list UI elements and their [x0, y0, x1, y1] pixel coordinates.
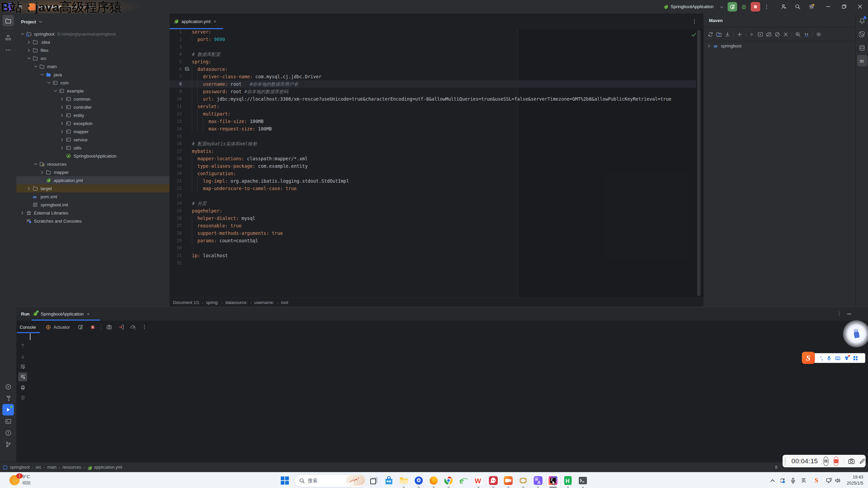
- chevron-collapsed-icon[interactable]: [20, 210, 25, 215]
- project-panel-title[interactable]: Project: [21, 19, 36, 24]
- taskbar-app-firefox[interactable]: [428, 475, 439, 486]
- start-button[interactable]: [279, 475, 291, 486]
- tree-item-scratches-and-consoles[interactable]: Scratches and Consoles: [16, 217, 173, 225]
- drag-handle[interactable]: [785, 458, 786, 465]
- rerun-button[interactable]: [728, 2, 737, 12]
- build-tool-button[interactable]: [2, 392, 14, 404]
- scroll-down-icon[interactable]: [18, 352, 27, 361]
- tree-item-springboot[interactable]: springbootG:\shejing\yuanma\springboot: [16, 30, 173, 38]
- structure-tool-button[interactable]: [2, 32, 14, 43]
- breadcrumb-item[interactable]: spring:: [206, 300, 219, 305]
- tree-item-springboot-iml[interactable]: springboot.iml: [16, 201, 180, 209]
- tree-item--idea[interactable]: .idea: [16, 38, 180, 46]
- breadcrumb-item[interactable]: username:: [254, 300, 274, 305]
- close-icon[interactable]: [857, 4, 863, 9]
- sogou-punct[interactable]: ’,: [820, 355, 823, 361]
- taskbar-app-translator[interactable]: aA: [532, 475, 544, 486]
- notifications-icon[interactable]: [857, 15, 867, 26]
- collapse-all-icon[interactable]: [782, 30, 790, 39]
- chevron-collapsed-icon[interactable]: [60, 113, 64, 118]
- close-tab-icon[interactable]: ×: [214, 19, 216, 24]
- more-actions-icon[interactable]: [764, 4, 769, 9]
- run-configuration-selector[interactable]: SpringbootApplication: [671, 4, 713, 9]
- chevron-collapsed-icon[interactable]: [60, 145, 64, 150]
- taskbar-app-hbuilder[interactable]: H: [562, 475, 574, 486]
- dependency-analyzer-icon[interactable]: [802, 30, 811, 39]
- annotate-button[interactable]: [859, 458, 866, 465]
- maven-profiler-icon[interactable]: [794, 30, 802, 39]
- usb-eject-widget[interactable]: [843, 320, 868, 347]
- search-icon[interactable]: [795, 4, 801, 9]
- status-breadcrumb-item[interactable]: application.yml: [94, 465, 122, 470]
- reload-maven-projects-icon[interactable]: [706, 30, 715, 39]
- status-breadcrumb-item[interactable]: resources: [62, 465, 81, 470]
- project-tool-button[interactable]: [2, 15, 14, 26]
- editor-tab-application-yml[interactable]: application.yml×: [170, 14, 227, 29]
- run-tab-springbootapplication[interactable]: SpringbootApplication×: [33, 307, 90, 321]
- actuator-tab[interactable]: Actuator: [45, 324, 70, 330]
- taskbar-app-blue-ring-app[interactable]: [413, 475, 425, 486]
- sogou-keyboard-icon[interactable]: [835, 355, 841, 361]
- taskbar-app-file-explorer[interactable]: [398, 475, 410, 486]
- more-tools-button[interactable]: [2, 44, 14, 56]
- chevron-collapsed-icon[interactable]: [27, 48, 32, 53]
- chevron-down-icon[interactable]: [719, 5, 724, 9]
- chevron-collapsed-icon[interactable]: [707, 44, 711, 48]
- maven-panel-title[interactable]: Maven: [709, 18, 723, 23]
- search-box[interactable]: 搜索: [294, 474, 367, 487]
- database-tool-icon[interactable]: [857, 42, 867, 54]
- chevron-collapsed-icon[interactable]: [40, 170, 45, 175]
- tray-microphone[interactable]: [789, 476, 797, 485]
- chevron-collapsed-icon[interactable]: [60, 97, 64, 101]
- sogou-logo[interactable]: S: [802, 352, 815, 364]
- scroll-to-end-icon[interactable]: [18, 372, 27, 381]
- sogou-toolbox-icon[interactable]: [853, 355, 858, 361]
- tree-item-java[interactable]: java: [16, 70, 193, 79]
- chevron-collapsed-icon[interactable]: [60, 129, 64, 134]
- taskbar-app-gold-knot-app[interactable]: [517, 475, 529, 486]
- breadcrumb-item[interactable]: root: [281, 300, 288, 305]
- project-status-icon[interactable]: [3, 465, 8, 470]
- clear-console-icon[interactable]: [18, 393, 27, 402]
- execute-maven-goal-icon[interactable]: [756, 30, 765, 39]
- sogou-skin-icon[interactable]: [844, 355, 849, 361]
- tray-sogou[interactable]: S: [812, 476, 821, 485]
- tray-sync[interactable]: [778, 476, 786, 485]
- services-tool-button[interactable]: [2, 381, 14, 392]
- add-maven-project-icon[interactable]: [735, 30, 744, 39]
- editor-scrollbar[interactable]: [697, 30, 701, 296]
- status-breadcrumb-item[interactable]: springboot: [10, 465, 29, 470]
- stop-application-icon[interactable]: [88, 323, 97, 331]
- tray-display[interactable]: [825, 476, 833, 485]
- sogou-mic-icon[interactable]: [826, 355, 832, 361]
- chevron-collapsed-icon[interactable]: [60, 137, 64, 142]
- version-control-tool-button[interactable]: [2, 439, 14, 450]
- gc-icon[interactable]: [129, 323, 137, 331]
- tree-item-external-libraries[interactable]: External Libraries: [16, 209, 173, 217]
- breadcrumb-item[interactable]: Document 1/1: [173, 300, 199, 305]
- tree-item-files[interactable]: files: [16, 46, 180, 54]
- chevron-collapsed-icon[interactable]: [27, 186, 32, 191]
- weather-widget[interactable]: 19°C晴朗: [9, 473, 60, 488]
- chevron-expanded-icon[interactable]: [53, 88, 58, 93]
- taskbar-app-wps[interactable]: W: [473, 475, 484, 486]
- taskbar-app-microsoft-store[interactable]: [383, 475, 395, 486]
- thread-dump-icon[interactable]: [105, 323, 114, 331]
- skip-tests-icon[interactable]: [773, 30, 782, 39]
- status-breadcrumb-item[interactable]: src: [36, 465, 41, 470]
- run-toolbar-more-icon[interactable]: [140, 323, 149, 331]
- search-highlight-image[interactable]: [346, 475, 365, 486]
- tree-item-target[interactable]: target: [16, 184, 180, 192]
- chevron-collapsed-icon[interactable]: [27, 40, 32, 44]
- scroll-up-icon[interactable]: [18, 341, 27, 350]
- run-maven-build-icon[interactable]: [748, 30, 756, 39]
- ai-assistant-icon[interactable]: [857, 28, 867, 40]
- stop-button[interactable]: [751, 2, 760, 12]
- soft-wrap-icon[interactable]: [18, 362, 27, 371]
- taskbar-app-intellij-idea[interactable]: [547, 475, 559, 486]
- tree-item-main[interactable]: main: [16, 62, 186, 70]
- chevron-collapsed-icon[interactable]: [60, 121, 64, 126]
- console-tab[interactable]: Console: [20, 325, 36, 330]
- debug-button[interactable]: [739, 2, 749, 12]
- taskbar-app-screen-recorder[interactable]: [502, 475, 514, 486]
